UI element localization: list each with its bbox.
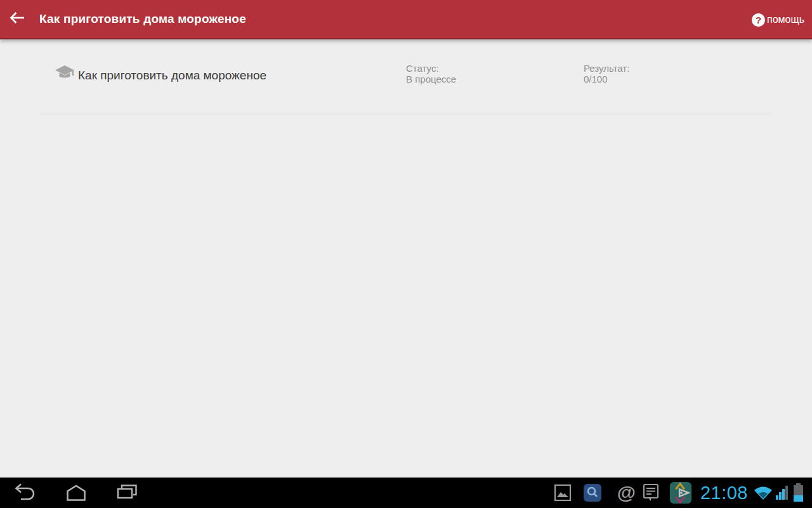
page-title: Как приготовить дома мороженое — [39, 12, 246, 26]
question-mark-icon: ? — [752, 13, 765, 27]
back-nav-icon — [14, 483, 37, 504]
news-notification-icon — [642, 483, 660, 502]
recents-nav-icon — [115, 483, 138, 504]
help-button[interactable]: ? помощь — [749, 0, 807, 39]
nav-home-button[interactable] — [63, 483, 89, 504]
search-notification-icon — [583, 483, 602, 502]
status-value: В процессе — [406, 74, 456, 84]
clock: 21:08 — [700, 483, 748, 504]
course-list-item[interactable]: Как приготовить дома мороженое Статус: В… — [0, 55, 812, 99]
signal-strength-icon — [776, 485, 790, 501]
nav-back-button[interactable] — [13, 483, 38, 504]
row-divider — [41, 114, 771, 114]
back-button[interactable] — [0, 0, 36, 39]
app-bar: Как приготовить дома мороженое ? помощь — [0, 0, 812, 39]
nav-recents-button[interactable] — [114, 483, 140, 504]
result-label: Результат: — [584, 63, 629, 74]
course-title: Как приготовить дома мороженое — [78, 69, 266, 83]
screenshot-notification-icon — [554, 484, 572, 502]
status-block: Статус: В процессе — [406, 63, 456, 84]
arrow-left-icon — [10, 11, 26, 27]
graduation-cap-icon — [55, 64, 76, 85]
app-notification-icon — [669, 481, 693, 505]
system-tray[interactable]: @ 21:08 — [554, 478, 804, 508]
help-button-label: помощь — [767, 14, 804, 25]
system-nav-bar: @ 21:08 — [0, 478, 812, 508]
result-value: 0/100 — [584, 74, 629, 84]
status-label: Статус: — [406, 63, 456, 74]
content-area: Как приготовить дома мороженое Статус: В… — [0, 39, 812, 478]
email-notification-icon: @ — [617, 483, 636, 502]
result-block: Результат: 0/100 — [584, 63, 629, 84]
wifi-icon — [753, 485, 773, 501]
home-nav-icon — [65, 483, 88, 504]
battery-icon — [793, 483, 804, 502]
